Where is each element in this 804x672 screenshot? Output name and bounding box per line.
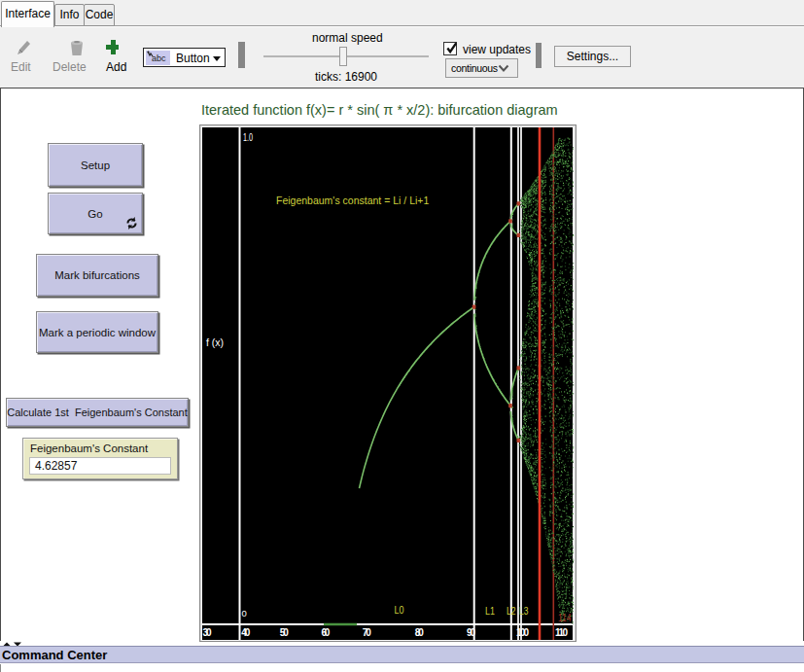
svg-text:100: 100	[516, 627, 529, 638]
svg-text:60: 60	[321, 627, 330, 638]
svg-text:114: 114	[558, 612, 571, 623]
svg-text:Feigenbaum's constant = Li / L: Feigenbaum's constant = Li / Li+1	[276, 195, 429, 206]
svg-text:70: 70	[363, 627, 371, 638]
svg-text:L0: L0	[395, 604, 404, 616]
svg-text:30: 30	[203, 627, 212, 638]
svg-text:1.0: 1.0	[243, 132, 253, 143]
svg-text:0: 0	[242, 608, 247, 619]
svg-text:80: 80	[415, 627, 424, 638]
svg-text:L3: L3	[519, 605, 529, 617]
svg-text:L2: L2	[507, 605, 516, 617]
svg-text:110: 110	[555, 627, 568, 638]
svg-text:f (x): f (x)	[206, 336, 224, 348]
svg-text:50: 50	[280, 627, 289, 638]
svg-text:L1: L1	[485, 605, 495, 617]
svg-text:90: 90	[467, 627, 475, 638]
svg-text:40: 40	[241, 627, 250, 638]
